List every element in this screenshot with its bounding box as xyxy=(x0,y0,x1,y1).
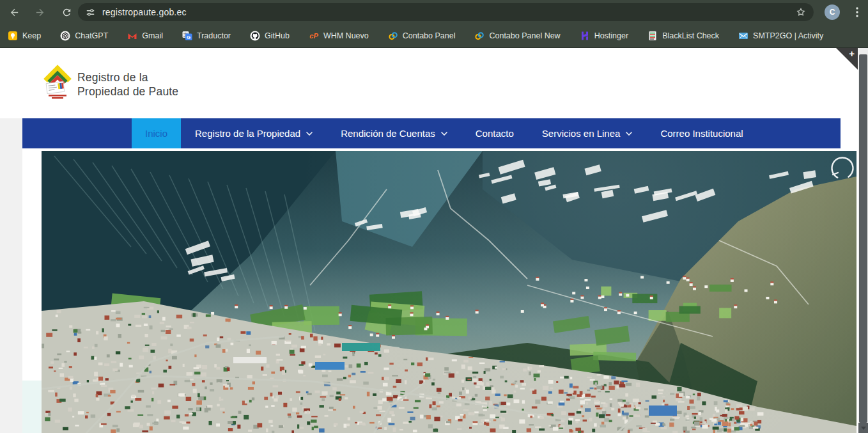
next-section-edge xyxy=(22,381,42,433)
bookmark-item[interactable]: Keep xyxy=(6,28,42,43)
nav-item-label: Registro de la Propiedad xyxy=(195,128,300,139)
bookmark-item[interactable]: 文G Traductor xyxy=(181,28,232,43)
bookmark-item[interactable]: Contabo Panel New xyxy=(473,28,561,43)
bookmark-item[interactable]: SMTP2GO | Activity xyxy=(737,28,825,43)
bookmark-label: Contabo Panel New xyxy=(489,31,560,40)
nav-item[interactable]: Correo Institucional xyxy=(646,118,757,148)
nav-item[interactable]: Servicios en Linea xyxy=(528,118,647,148)
bookmark-label: ChatGPT xyxy=(75,31,108,40)
scrollbar-down-icon xyxy=(861,427,866,430)
nav-item[interactable]: Rendición de Cuentas xyxy=(327,118,461,148)
address-bar[interactable]: registropaute.gob.ec xyxy=(78,3,814,21)
chatgpt-favicon xyxy=(60,31,70,41)
chevron-down-icon xyxy=(626,132,632,136)
bookmark-item[interactable]: GitHub xyxy=(249,28,291,43)
hero-photo-canvas xyxy=(42,151,856,433)
nav-item[interactable]: Registro de la Propiedad xyxy=(181,118,327,148)
bookmark-label: Contabo Panel xyxy=(403,31,456,40)
contabo-favicon xyxy=(474,31,484,41)
bookmark-item[interactable]: Contabo Panel xyxy=(387,28,457,43)
translate-favicon: 文G xyxy=(182,31,192,41)
gmail-favicon xyxy=(127,31,137,41)
nav-item[interactable]: Contacto xyxy=(461,118,528,148)
bookmark-label: Traductor xyxy=(197,31,231,40)
page-viewport: Registro de la Propiedad de Paute Inicio… xyxy=(0,48,868,433)
back-icon[interactable] xyxy=(5,3,23,21)
bookmark-star-icon[interactable] xyxy=(792,3,810,21)
nav-item-label: Inicio xyxy=(145,128,167,139)
nav-item-label: Servicios en Linea xyxy=(542,128,621,139)
site-title-line2: Propiedad de Paute xyxy=(77,84,178,98)
hero-image xyxy=(42,151,856,433)
hostinger-favicon xyxy=(580,31,590,41)
nav-item-label: Contacto xyxy=(476,128,514,139)
whm-favicon: cP xyxy=(309,31,319,41)
bookmark-label: Hostinger xyxy=(594,31,629,40)
nav-list: Inicio Registro de la Propiedad Rendició… xyxy=(22,118,841,148)
scrollbar-thumb[interactable] xyxy=(859,54,867,423)
scrollbar-track[interactable] xyxy=(858,48,868,433)
keep-favicon xyxy=(8,31,18,41)
site-settings-icon[interactable] xyxy=(82,4,98,20)
svg-text:G: G xyxy=(187,35,190,40)
bookmarks-bar: Keep ChatGPT Gmail 文G Traductor GitHub c… xyxy=(0,24,868,48)
bookmark-item[interactable]: cP WHM Nuevo xyxy=(307,28,370,43)
nav-item[interactable]: Inicio xyxy=(132,118,181,148)
bookmark-label: SMTP2GO | Activity xyxy=(753,31,823,40)
chevron-down-icon xyxy=(441,132,447,136)
refresh-icon[interactable] xyxy=(58,3,75,21)
profile-avatar[interactable]: C xyxy=(825,4,840,20)
site-title-line1: Registro de la xyxy=(77,70,178,84)
forward-icon[interactable] xyxy=(31,3,49,21)
bookmark-item[interactable]: ChatGPT xyxy=(59,28,109,43)
site-title: Registro de la Propiedad de Paute xyxy=(77,70,178,98)
chevron-down-icon xyxy=(306,132,313,136)
smtp2go-favicon xyxy=(738,31,748,41)
nav-item-label: Rendición de Cuentas xyxy=(341,128,435,139)
bookmark-label: BlackList Check xyxy=(662,31,719,40)
bookmark-label: GitHub xyxy=(265,31,290,40)
bookmark-item[interactable]: Hostinger xyxy=(578,28,630,43)
contabo-favicon xyxy=(388,31,398,41)
loading-spinner-icon xyxy=(828,154,856,182)
bookmark-label: Gmail xyxy=(142,31,163,40)
bookmark-item[interactable]: BlackList Check xyxy=(646,28,720,43)
corner-plus-label: + xyxy=(849,49,855,59)
bookmark-item[interactable]: Gmail xyxy=(126,28,164,43)
browser-toolbar: registropaute.gob.ec C xyxy=(0,0,868,24)
bookmark-label: Keep xyxy=(22,31,41,40)
nav-item-label: Correo Institucional xyxy=(660,128,743,139)
site-logo[interactable] xyxy=(43,65,72,102)
github-favicon xyxy=(250,31,260,41)
svg-text:cP: cP xyxy=(309,32,318,40)
site-header: Registro de la Propiedad de Paute xyxy=(0,48,868,118)
menu-kebab-icon[interactable] xyxy=(850,3,864,21)
blacklist-favicon xyxy=(647,31,658,41)
scrollbar-down-button[interactable] xyxy=(858,423,868,433)
main-navigation: Inicio Registro de la Propiedad Rendició… xyxy=(22,118,841,148)
bookmark-label: WHM Nuevo xyxy=(323,31,369,40)
url-text[interactable]: registropaute.gob.ec xyxy=(102,7,792,17)
